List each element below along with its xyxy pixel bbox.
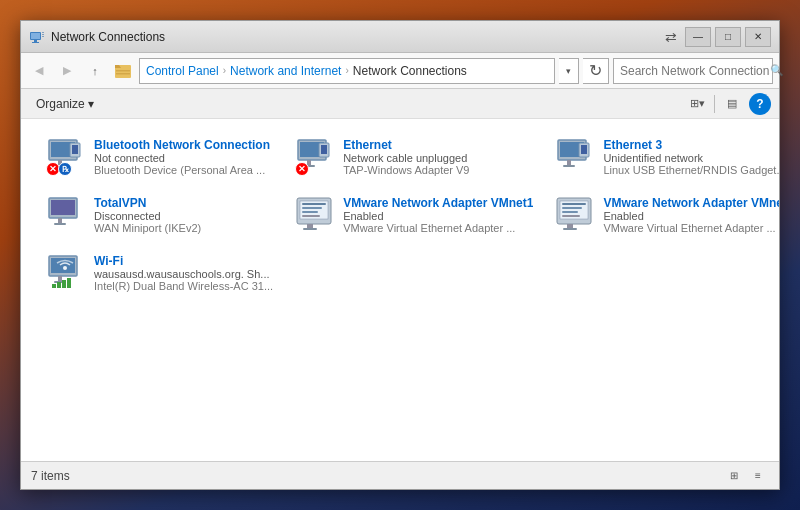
- refresh-arrows: ⇄: [665, 29, 677, 45]
- item-count: 7 items: [31, 469, 723, 483]
- item-name: Bluetooth Network Connection: [94, 138, 273, 152]
- breadcrumb-dropdown[interactable]: ▾: [559, 58, 579, 84]
- item-icon: ✕: [295, 138, 335, 174]
- back-button[interactable]: ◀: [27, 59, 51, 83]
- svg-rect-1: [31, 33, 40, 39]
- content-area: ✕ ℞ Bluetooth Network Connection Not con…: [21, 119, 779, 461]
- minimize-button[interactable]: —: [685, 27, 711, 47]
- forward-button[interactable]: ▶: [55, 59, 79, 83]
- item-name: VMware Network Adapter VMnet1: [343, 196, 533, 210]
- network-item[interactable]: VMware Network Adapter VMnet1 Enabled VM…: [286, 189, 542, 241]
- svg-rect-38: [302, 215, 320, 217]
- svg-rect-36: [302, 207, 322, 209]
- details-view-button[interactable]: ≡: [747, 466, 769, 486]
- svg-rect-48: [563, 228, 577, 230]
- network-connections-window: Network Connections ⇄ — □ ✕ ◀ ▶ ↑ Contro…: [20, 20, 780, 490]
- view-options-button[interactable]: ⊞▾: [684, 93, 710, 115]
- svg-rect-5: [42, 34, 44, 35]
- item-name: VMware Network Adapter VMnet8: [603, 196, 779, 210]
- svg-rect-4: [42, 32, 44, 33]
- large-icons-view-button[interactable]: ⊞: [723, 466, 745, 486]
- statusbar: 7 items ⊞ ≡: [21, 461, 779, 489]
- svg-rect-2: [34, 40, 37, 42]
- item-name: Wi-Fi: [94, 254, 273, 268]
- svg-rect-54: [52, 284, 56, 288]
- svg-rect-56: [62, 280, 66, 288]
- organize-button[interactable]: Organize ▾: [29, 93, 101, 115]
- item-info: Bluetooth Network Connection Not connect…: [94, 138, 273, 176]
- help-button[interactable]: ?: [749, 93, 771, 115]
- svg-rect-6: [42, 36, 44, 37]
- svg-rect-10: [116, 73, 130, 75]
- svg-rect-32: [54, 223, 66, 225]
- breadcrumb-control-panel[interactable]: Control Panel: [146, 64, 219, 78]
- svg-rect-55: [57, 282, 61, 288]
- svg-rect-37: [302, 211, 318, 213]
- svg-rect-39: [307, 224, 313, 228]
- statusbar-view-controls: ⊞ ≡: [723, 466, 769, 486]
- item-status: Enabled: [343, 210, 533, 222]
- network-item[interactable]: Ethernet 3 Unidentified network Linux US…: [546, 131, 779, 183]
- item-name: Ethernet 3: [603, 138, 779, 152]
- item-icon: [295, 196, 335, 232]
- item-icon: [555, 138, 595, 174]
- item-icon: [46, 254, 86, 290]
- item-status: wausausd.wausauschools.org. Sh...: [94, 268, 273, 280]
- refresh-button[interactable]: ↻: [583, 58, 609, 84]
- svg-rect-57: [67, 278, 71, 288]
- window-icon: [29, 29, 45, 45]
- item-status: Unidentified network: [603, 152, 779, 164]
- svg-rect-22: [321, 145, 327, 154]
- breadcrumb-current: Network Connections: [353, 64, 467, 78]
- item-device: WAN Miniport (IKEv2): [94, 222, 273, 234]
- svg-rect-46: [562, 215, 580, 217]
- close-button[interactable]: ✕: [745, 27, 771, 47]
- network-item[interactable]: TotalVPN Disconnected WAN Miniport (IKEv…: [37, 189, 282, 241]
- item-device: VMware Virtual Ethernet Adapter ...: [343, 222, 533, 234]
- item-device: Bluetooth Device (Personal Area ...: [94, 164, 273, 176]
- item-info: Wi-Fi wausausd.wausauschools.org. Sh... …: [94, 254, 273, 292]
- addressbar: ◀ ▶ ↑ Control Panel › Network and Intern…: [21, 53, 779, 89]
- item-device: Linux USB Ethernet/RNDIS Gadget...: [603, 164, 779, 176]
- network-item[interactable]: ✕ ℞ Bluetooth Network Connection Not con…: [37, 131, 282, 183]
- item-info: Ethernet Network cable unplugged TAP-Win…: [343, 138, 533, 176]
- svg-rect-45: [562, 211, 578, 213]
- svg-point-53: [63, 266, 67, 270]
- maximize-button[interactable]: □: [715, 27, 741, 47]
- svg-rect-44: [562, 207, 582, 209]
- network-items-grid: ✕ ℞ Bluetooth Network Connection Not con…: [37, 131, 763, 299]
- path-icon: [113, 61, 133, 81]
- view-controls: ⊞▾ ▤: [684, 93, 745, 115]
- network-item[interactable]: ✕ Ethernet Network cable unplugged TAP-W…: [286, 131, 542, 183]
- svg-rect-40: [303, 228, 317, 230]
- item-status: Disconnected: [94, 210, 273, 222]
- item-info: VMware Network Adapter VMnet8 Enabled VM…: [603, 196, 779, 234]
- item-name: TotalVPN: [94, 196, 273, 210]
- search-input[interactable]: [620, 64, 770, 78]
- item-info: Ethernet 3 Unidentified network Linux US…: [603, 138, 779, 176]
- item-device: TAP-Windows Adapter V9: [343, 164, 533, 176]
- item-name: Ethernet: [343, 138, 533, 152]
- item-status: Network cable unplugged: [343, 152, 533, 164]
- window-title: Network Connections: [51, 30, 665, 44]
- toolbar-separator: [714, 95, 715, 113]
- svg-rect-31: [58, 218, 62, 223]
- item-info: VMware Network Adapter VMnet1 Enabled VM…: [343, 196, 533, 234]
- item-icon: [555, 196, 595, 232]
- titlebar: Network Connections ⇄ — □ ✕: [21, 21, 779, 53]
- network-item[interactable]: VMware Network Adapter VMnet8 Enabled VM…: [546, 189, 779, 241]
- details-pane-button[interactable]: ▤: [719, 93, 745, 115]
- error-badge: ✕: [295, 162, 309, 176]
- item-status: Not connected: [94, 152, 273, 164]
- up-button[interactable]: ↑: [83, 59, 107, 83]
- bt-badge: ℞: [58, 162, 72, 176]
- svg-rect-3: [32, 42, 39, 43]
- breadcrumb-bar[interactable]: Control Panel › Network and Internet › N…: [139, 58, 555, 84]
- item-icon: [46, 196, 86, 232]
- network-item[interactable]: Wi-Fi wausausd.wausauschools.org. Sh... …: [37, 247, 282, 299]
- search-box: 🔍: [613, 58, 773, 84]
- svg-rect-51: [58, 276, 62, 281]
- breadcrumb-network-internet[interactable]: Network and Internet: [230, 64, 341, 78]
- svg-rect-28: [581, 145, 587, 154]
- item-device: Intel(R) Dual Band Wireless-AC 31...: [94, 280, 273, 292]
